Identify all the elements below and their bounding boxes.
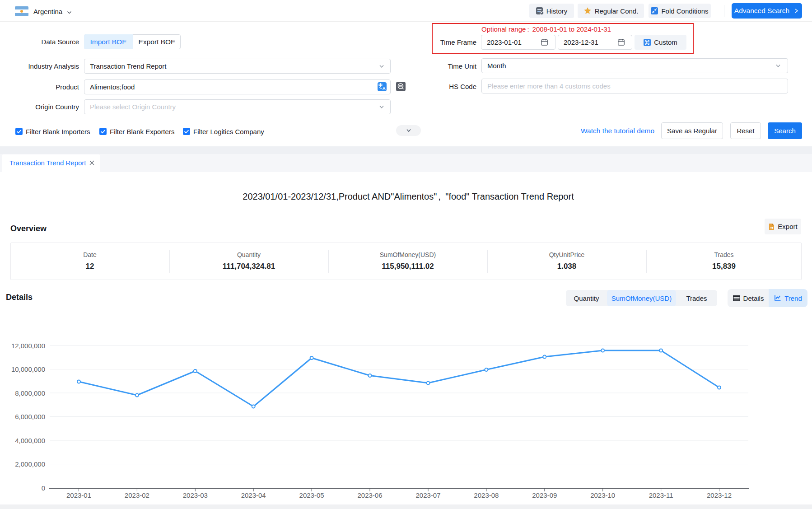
svg-text:2023-03: 2023-03 [183,491,208,499]
svg-text:2023-02: 2023-02 [125,491,149,499]
svg-text:2023-11: 2023-11 [649,491,673,499]
svg-text:2023-10: 2023-10 [590,491,615,499]
svg-text:2023-09: 2023-09 [532,491,557,499]
svg-text:12,000,000: 12,000,000 [11,342,45,350]
svg-text:6,000,000: 6,000,000 [15,413,45,420]
svg-text:A: A [383,86,386,91]
svg-text:2023-06: 2023-06 [357,491,382,499]
svg-text:2023-07: 2023-07 [415,491,440,499]
svg-text:2023-01: 2023-01 [66,491,91,499]
svg-text:2023-08: 2023-08 [474,491,499,499]
svg-text:10,000,000: 10,000,000 [11,365,45,373]
svg-text:2023-04: 2023-04 [241,491,266,499]
svg-text:0: 0 [42,484,45,492]
svg-text:8,000,000: 8,000,000 [15,389,45,397]
svg-text:2023-12: 2023-12 [707,491,732,499]
svg-text:2,000,000: 2,000,000 [15,460,45,468]
svg-text:4,000,000: 4,000,000 [15,437,45,444]
svg-text:2023-05: 2023-05 [299,491,324,499]
